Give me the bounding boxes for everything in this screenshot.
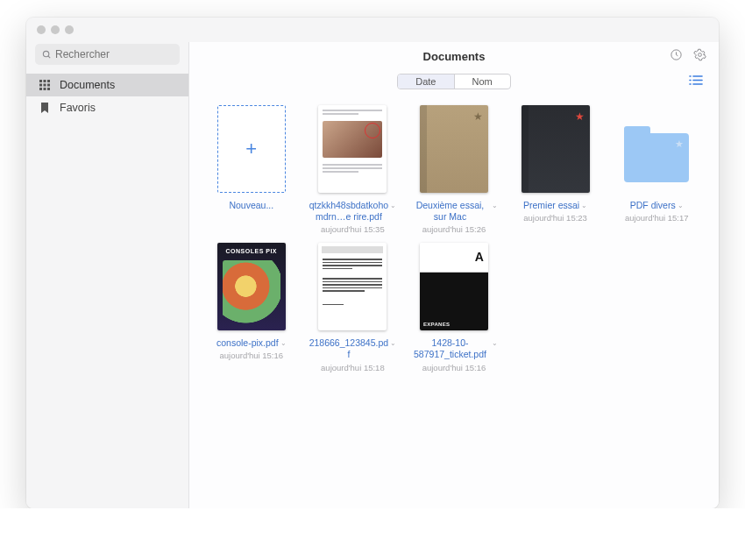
svg-point-0 xyxy=(43,51,48,56)
search-input[interactable] xyxy=(55,48,173,60)
svg-rect-5 xyxy=(39,84,42,87)
page-title: Documents xyxy=(423,50,486,63)
sidebar-item-favorites[interactable]: Favoris xyxy=(26,96,188,119)
new-document-label: Nouveau... xyxy=(229,200,273,211)
documents-grid: + Nouveau... qtzkkh48sbdatkohomdrn…e rir… xyxy=(189,96,719,508)
chevron-down-icon[interactable]: ⌄ xyxy=(390,202,396,210)
star-icon: ★ xyxy=(473,110,483,123)
document-time: aujourd'hui 15:35 xyxy=(321,224,385,234)
chevron-down-icon[interactable]: ⌄ xyxy=(390,339,396,348)
list-view-icon[interactable] xyxy=(689,74,703,89)
document-thumbnail xyxy=(318,105,387,193)
plus-icon: + xyxy=(217,105,286,193)
svg-rect-9 xyxy=(44,88,46,90)
document-time: aujourd'hui 15:23 xyxy=(523,213,587,223)
sidebar: Documents Favoris xyxy=(26,42,188,508)
svg-rect-2 xyxy=(39,80,42,82)
document-name: Premier essai xyxy=(523,200,579,211)
svg-line-1 xyxy=(48,55,50,57)
new-document-cell[interactable]: + Nouveau... xyxy=(203,105,300,234)
document-thumbnail: CONSOLES PIX xyxy=(217,243,286,330)
sidebar-item-label: Documents xyxy=(60,79,115,91)
document-time: aujourd'hui 15:26 xyxy=(422,224,486,234)
sidebar-item-documents[interactable]: Documents xyxy=(26,74,188,96)
star-icon: ★ xyxy=(675,138,684,150)
folder-thumbnail: ★ xyxy=(622,105,691,193)
zoom-window-button[interactable] xyxy=(65,25,74,34)
document-name: qtzkkh48sbdatkohomdrn…e rire.pdf xyxy=(309,200,388,223)
document-name: console-pix.pdf xyxy=(216,337,279,349)
sort-segmented-control: Date Nom xyxy=(397,74,510,89)
document-thumbnail xyxy=(318,243,387,330)
header: Documents xyxy=(189,42,719,70)
search-field[interactable] xyxy=(35,44,180,65)
svg-rect-7 xyxy=(47,84,50,87)
chevron-down-icon[interactable]: ⌄ xyxy=(581,202,587,210)
document-cell[interactable]: CONSOLES PIX console-pix.pdf⌄ aujourd'hu… xyxy=(203,243,300,372)
sidebar-item-label: Favoris xyxy=(60,102,96,114)
document-cell[interactable]: ★ Premier essai⌄ aujourd'hui 15:23 xyxy=(507,105,604,234)
document-cell[interactable]: A EXPANES 1428-10-587917_ticket.pdf⌄ auj… xyxy=(406,243,502,372)
chevron-down-icon[interactable]: ⌄ xyxy=(280,339,287,348)
document-time: aujourd'hui 15:16 xyxy=(422,363,486,372)
sort-by-date-button[interactable]: Date xyxy=(398,74,453,89)
minimize-window-button[interactable] xyxy=(51,25,60,34)
star-icon: ★ xyxy=(575,110,585,123)
close-window-button[interactable] xyxy=(37,25,46,34)
svg-point-12 xyxy=(699,53,702,56)
notebook-thumbnail: ★ xyxy=(522,105,590,193)
chevron-down-icon[interactable]: ⌄ xyxy=(492,202,498,210)
svg-rect-10 xyxy=(47,88,50,90)
document-time: aujourd'hui 15:17 xyxy=(625,213,689,223)
grid-icon xyxy=(39,80,51,90)
svg-rect-4 xyxy=(47,80,50,82)
chevron-down-icon[interactable]: ⌄ xyxy=(678,202,684,210)
folder-name: PDF divers xyxy=(630,200,676,211)
titlebar xyxy=(26,18,719,42)
search-icon xyxy=(42,50,52,60)
svg-rect-8 xyxy=(39,88,42,90)
gear-icon[interactable] xyxy=(693,48,706,65)
document-thumbnail: A EXPANES xyxy=(420,243,488,330)
sync-icon[interactable] xyxy=(670,48,683,65)
svg-rect-3 xyxy=(44,80,46,82)
chevron-down-icon[interactable]: ⌄ xyxy=(492,339,498,348)
document-cell[interactable]: ★ Deuxième essai, sur Mac⌄ aujourd'hui 1… xyxy=(406,105,502,234)
document-time: aujourd'hui 15:18 xyxy=(321,363,385,372)
document-time: aujourd'hui 15:16 xyxy=(219,351,283,360)
document-cell[interactable]: 218666_123845.pdf⌄ aujourd'hui 15:18 xyxy=(305,243,401,372)
sort-by-name-button[interactable]: Nom xyxy=(454,74,510,89)
folder-cell[interactable]: ★ PDF divers⌄ aujourd'hui 15:17 xyxy=(608,105,705,234)
svg-rect-6 xyxy=(44,84,46,87)
document-name: 218666_123845.pdf xyxy=(309,337,388,360)
app-window: Documents Favoris Documents xyxy=(26,18,719,508)
document-name: 1428-10-587917_ticket.pdf xyxy=(410,337,490,360)
notebook-thumbnail: ★ xyxy=(420,105,488,193)
bookmark-icon xyxy=(39,103,51,113)
main-panel: Documents Date Nom xyxy=(188,42,719,508)
document-cell[interactable]: qtzkkh48sbdatkohomdrn…e rire.pdf⌄ aujour… xyxy=(305,105,401,234)
document-name: Deuxième essai, sur Mac xyxy=(410,200,490,223)
